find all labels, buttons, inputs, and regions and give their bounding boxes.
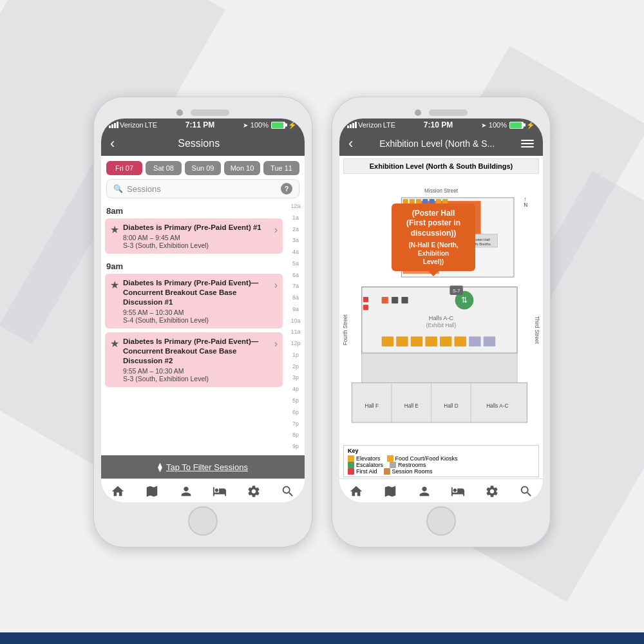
search-placeholder[interactable]: Sessions xyxy=(127,184,277,194)
date-tab-mon[interactable]: Mon 10 xyxy=(224,161,260,175)
status-left: Verizon LTE xyxy=(109,121,157,129)
arrow-icon-1[interactable]: › xyxy=(274,224,278,236)
session-card-2[interactable]: ★ Diabetes Is Primary (Pre-Paid Event)—C… xyxy=(105,274,283,328)
star-icon-2[interactable]: ★ xyxy=(110,279,119,291)
svg-text:N: N xyxy=(524,202,527,208)
nav-home-right[interactable] xyxy=(349,484,363,498)
back-button-right[interactable]: ‹ xyxy=(348,137,353,151)
nav-map-right[interactable] xyxy=(383,484,397,498)
battery-icon-right xyxy=(509,122,524,129)
filter-bar[interactable]: ⧫ Tap To Filter Sessions xyxy=(101,455,305,478)
arrow-icon-2[interactable]: › xyxy=(274,279,278,291)
hour-4a: 4a xyxy=(292,249,299,261)
hour-6p: 6p xyxy=(292,410,299,421)
search-help-button[interactable]: ? xyxy=(281,183,292,194)
nav-settings-right[interactable] xyxy=(485,484,499,498)
session-card-1[interactable]: ★ Diabetes is Primary (Pre-Paid Event) #… xyxy=(105,218,283,254)
menu-bar-3 xyxy=(521,146,534,147)
filter-label[interactable]: Tap To Filter Sessions xyxy=(166,462,248,472)
battery-fill-right xyxy=(510,122,522,128)
search-bar[interactable]: 🔍 Sessions ? xyxy=(106,179,299,198)
nav-user-right[interactable] xyxy=(417,484,431,498)
camera-dot-right xyxy=(415,109,421,116)
legend-key-label: Key xyxy=(348,448,535,454)
charging-icon-right: ⚡ xyxy=(526,121,535,129)
date-tab-sun[interactable]: Sun 09 xyxy=(185,161,221,175)
signal-bar-2 xyxy=(111,124,113,128)
svg-rect-38 xyxy=(455,337,466,346)
map-legend: Key Elevators Food Court/Food Kiosks xyxy=(343,445,539,477)
nav-search-right[interactable] xyxy=(519,484,533,498)
date-tab-sat[interactable]: Sat 08 xyxy=(146,161,182,175)
search-icon: 🔍 xyxy=(113,184,123,193)
date-tab-fri[interactable]: Fri 07 xyxy=(106,161,142,175)
svg-rect-49 xyxy=(362,353,517,383)
session-info-3: Diabetes Is Primary (Pre-Paid Event)—Con… xyxy=(123,337,270,383)
arrow-icon-3[interactable]: › xyxy=(274,338,278,350)
svg-rect-51 xyxy=(363,305,368,310)
signal-bar-3 xyxy=(114,123,116,128)
battery-percent-left: 100% xyxy=(251,121,269,129)
nav-title-right: Exhibition Level (North & S... xyxy=(353,138,521,149)
date-tab-tue[interactable]: Tue 11 xyxy=(263,161,299,175)
svg-rect-36 xyxy=(425,337,437,346)
home-button-right[interactable] xyxy=(426,506,456,536)
nav-search-left[interactable] xyxy=(281,484,295,498)
svg-rect-39 xyxy=(469,337,480,346)
poster-line3: discussion)) xyxy=(398,229,469,239)
nav-home-left[interactable] xyxy=(111,484,125,498)
svg-text:Mission Street: Mission Street xyxy=(424,188,459,194)
nav-hotel-left[interactable] xyxy=(213,484,227,498)
nav-hotel-right[interactable] xyxy=(451,484,465,498)
phone-top-hardware xyxy=(101,104,305,118)
hour-12a: 12a xyxy=(290,204,300,215)
phone-left: Verizon LTE 7:11 PM ➤ 100% ⚡ ‹ Sessions xyxy=(93,97,312,547)
svg-text:Halls A-C: Halls A-C xyxy=(486,403,508,409)
session-location-1: S-3 (South, Exhibition Level) xyxy=(123,242,270,249)
nav-map-left[interactable] xyxy=(145,484,159,498)
hour-6a: 6a xyxy=(292,272,299,284)
session-title-3: Diabetes Is Primary (Pre-Paid Event)—Con… xyxy=(123,337,270,366)
hour-10a: 10a xyxy=(290,318,300,330)
legend-label-sessions: Session Rooms xyxy=(392,468,433,475)
legend-row-2: Escalators Restrooms xyxy=(348,462,535,468)
hour-5a: 5a xyxy=(292,261,299,272)
signal-bar-4 xyxy=(117,122,118,128)
poster-line1: (Poster Hall xyxy=(398,209,469,219)
timeline-sidebar: 12a 1a 2a 3a 4a 5a 6a 7a 8a 9a 10a 11a 1… xyxy=(287,202,305,455)
map-area[interactable]: (Poster Hall (First poster in discussion… xyxy=(342,176,540,444)
star-icon-1[interactable]: ★ xyxy=(110,223,119,236)
svg-rect-41 xyxy=(352,383,527,422)
phone-right-screen: Verizon LTE 7:10 PM ➤ 100% ⚡ ‹ Exhibiti xyxy=(339,118,543,502)
hour-2p: 2p xyxy=(292,364,299,375)
status-right-left: Verizon LTE xyxy=(347,121,395,129)
status-bar-left: Verizon LTE 7:11 PM ➤ 100% ⚡ xyxy=(101,118,305,131)
signal-bar-r1 xyxy=(347,126,349,128)
svg-rect-33 xyxy=(382,337,393,346)
home-button-left[interactable] xyxy=(188,506,218,536)
nav-settings-left[interactable] xyxy=(247,484,261,498)
svg-text:⇅: ⇅ xyxy=(461,296,468,305)
svg-text:S-7: S-7 xyxy=(453,289,460,294)
signal-bars-right xyxy=(347,122,357,128)
menu-button-right[interactable] xyxy=(521,140,534,147)
legend-label-food: Food Court/Food Kiosks xyxy=(395,455,458,462)
nav-user-left[interactable] xyxy=(179,484,193,498)
nav-header-right: ‹ Exhibition Level (North & S... xyxy=(339,131,543,156)
svg-text:(Exhibit Hall): (Exhibit Hall) xyxy=(426,323,457,328)
camera-dot xyxy=(176,109,183,116)
legend-row-3: First Aid Session Rooms xyxy=(348,468,535,475)
svg-rect-31 xyxy=(392,297,398,303)
menu-bar-2 xyxy=(521,143,534,144)
legend-elevators: Elevators xyxy=(348,455,381,462)
network-left: LTE xyxy=(145,121,157,129)
back-button-left[interactable]: ‹ xyxy=(110,137,115,151)
session-card-3[interactable]: ★ Diabetes Is Primary (Pre-Paid Event)—C… xyxy=(105,332,283,387)
phones-container: Verizon LTE 7:11 PM ➤ 100% ⚡ ‹ Sessions xyxy=(93,97,551,547)
session-info-1: Diabetes is Primary (Pre-Paid Event) #1 … xyxy=(123,223,270,249)
svg-rect-35 xyxy=(411,337,422,346)
legend-food: Food Court/Food Kiosks xyxy=(387,455,458,462)
bottom-nav-left xyxy=(101,478,305,502)
star-icon-3[interactable]: ★ xyxy=(110,337,119,350)
time-right: 7:10 PM xyxy=(424,120,453,129)
